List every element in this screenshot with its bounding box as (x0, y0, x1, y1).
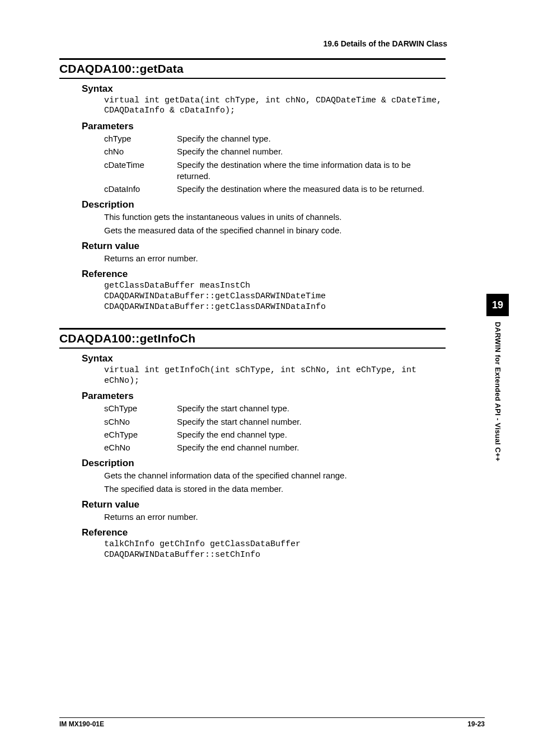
chapter-tab: 19 (486, 294, 509, 316)
parameter-desc: Specify the start channel number. (177, 416, 446, 428)
rule-thick (59, 58, 446, 60)
parameter-desc: Specify the destination where the time i… (177, 159, 446, 182)
parameter-row: chNo Specify the channel number. (104, 146, 446, 157)
rule-thick (59, 328, 446, 330)
parameter-desc: Specify the end channel type. (177, 429, 446, 440)
parameter-row: sChType Specify the start channel type. (104, 403, 446, 414)
parameter-name: eChNo (104, 442, 177, 453)
description-text: Gets the channel information data of the… (104, 470, 446, 481)
parameter-name: eChType (104, 429, 177, 440)
parameter-desc: Specify the channel number. (177, 146, 446, 157)
parameter-row: eChNo Specify the end channel number. (104, 442, 446, 453)
section-title-getdata: CDAQDA100::getData (59, 62, 446, 76)
reference-heading: Reference (82, 527, 446, 538)
footer-page-number: 19-23 (467, 720, 485, 728)
parameter-row: eChType Specify the end channel type. (104, 429, 446, 440)
parameter-name: sChNo (104, 416, 177, 428)
description-heading: Description (82, 458, 446, 469)
return-heading: Return value (82, 499, 446, 510)
section-title-getinfoch: CDAQDA100::getInfoCh (59, 332, 446, 345)
syntax-code: virtual int getData(int chType, int chNo… (104, 96, 446, 117)
chapter-side-label: DARWIN for Extended API - Visual C++ (494, 322, 502, 462)
parameter-name: cDateTime (104, 159, 177, 171)
syntax-heading: Syntax (82, 83, 446, 95)
description-text: This function gets the instantaneous val… (104, 212, 446, 223)
return-text: Returns an error number. (104, 511, 446, 523)
page-footer: IM MX190-01E 19-23 (59, 717, 485, 728)
section-spacer (59, 314, 446, 328)
reference-heading: Reference (82, 269, 446, 280)
parameter-desc: Specify the channel type. (177, 133, 446, 144)
syntax-heading: Syntax (82, 353, 446, 364)
parameter-desc: Specify the destination where the measur… (177, 184, 446, 195)
parameter-name: chType (104, 133, 177, 144)
parameters-heading: Parameters (82, 121, 446, 132)
parameter-name: sChType (104, 403, 177, 414)
return-heading: Return value (82, 241, 446, 252)
parameter-row: chType Specify the channel type. (104, 133, 446, 144)
rule-thin (59, 348, 446, 349)
parameter-desc: Specify the end channel number. (177, 442, 446, 453)
parameter-row: cDateTime Specify the destination where … (104, 159, 446, 182)
syntax-code: virtual int getInfoCh(int sChType, int s… (104, 365, 446, 387)
return-text: Returns an error number. (104, 253, 446, 264)
parameters-heading: Parameters (82, 391, 446, 402)
description-heading: Description (82, 199, 446, 210)
content-area: CDAQDA100::getData Syntax virtual int ge… (59, 58, 446, 561)
parameter-row: cDataInfo Specify the destination where … (104, 184, 446, 195)
parameter-desc: Specify the start channel type. (177, 403, 446, 414)
rule-thin (59, 78, 446, 79)
footer-doc-id: IM MX190-01E (59, 720, 104, 728)
chapter-side-label-container: DARWIN for Extended API - Visual C++ (486, 322, 509, 506)
parameter-name: chNo (104, 146, 177, 157)
page-root: 19.6 Details of the DARWIN Class CDAQDA1… (0, 0, 534, 756)
running-header: 19.6 Details of the DARWIN Class (0, 39, 447, 48)
description-text: The specified data is stored in the data… (104, 483, 446, 495)
reference-code: talkChInfo getChInfo getClassDataBuffer … (104, 539, 446, 561)
description-text: Gets the measured data of the specified … (104, 225, 446, 236)
reference-code: getClassDataBuffer measInstCh CDAQDARWIN… (104, 281, 446, 312)
parameter-name: cDataInfo (104, 184, 177, 195)
parameter-row: sChNo Specify the start channel number. (104, 416, 446, 428)
